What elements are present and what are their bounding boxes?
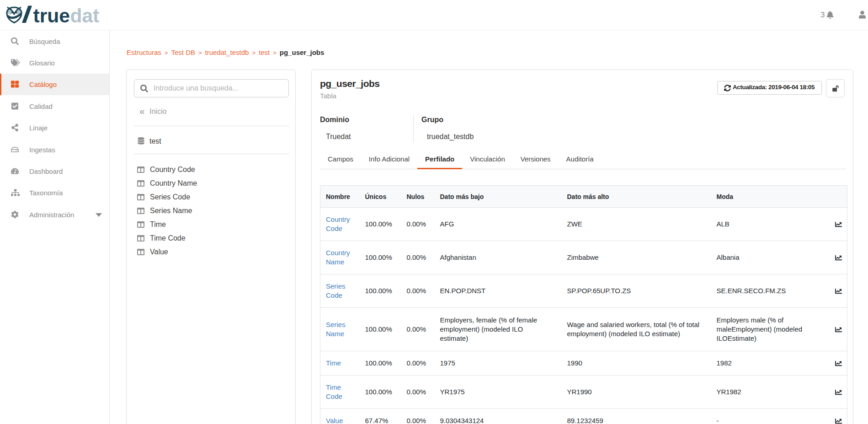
svg-text:true: true: [33, 5, 70, 27]
svg-text:dat: dat: [70, 5, 100, 27]
